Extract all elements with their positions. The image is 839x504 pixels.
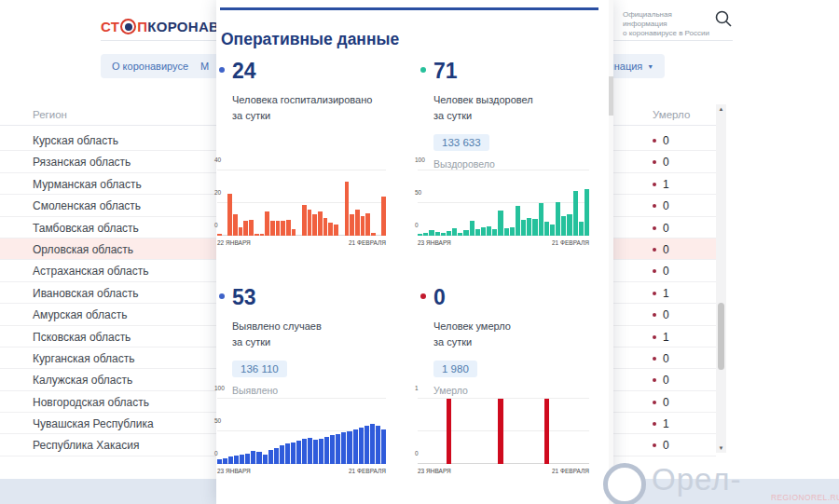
- chart-bar: [516, 206, 520, 236]
- scroll-up-icon[interactable]: ▲: [716, 106, 726, 112]
- chart-bar: [239, 227, 243, 236]
- deaths-cell: 0: [653, 243, 669, 256]
- table-scrollbar[interactable]: ▲ ▼: [716, 104, 726, 453]
- chart-bar: [447, 231, 451, 236]
- deaths-value: 0: [663, 439, 669, 452]
- stat-value: 53: [232, 285, 402, 310]
- deaths-value: 1: [663, 287, 669, 300]
- chart-bar: [296, 441, 301, 464]
- chart-bar: [441, 233, 446, 237]
- chart-bar: [463, 230, 468, 236]
- stat-deaths: 0 Человек умерло за сутки 1 980 Умерло: [420, 285, 603, 396]
- death-dot-icon: [653, 160, 656, 164]
- chart-bar: [234, 456, 239, 464]
- death-dot-icon: [653, 292, 656, 295]
- site-logo[interactable]: СТПКОРОНАВИ: [101, 19, 229, 34]
- chart-bar: [334, 225, 338, 236]
- chart-bar: [370, 424, 375, 464]
- scroll-down-icon[interactable]: ▼: [716, 445, 726, 451]
- y-axis-tick-label: 40: [214, 157, 221, 163]
- x-axis-end-label: 21 ФЕВРАЛЯ: [349, 468, 386, 474]
- modal-scrollbar[interactable]: [609, 0, 613, 504]
- region-name: Орловская область: [33, 243, 133, 256]
- deaths-cell: 0: [653, 352, 669, 365]
- bars-group: [217, 170, 386, 236]
- chart-recovered: 100500 23 ЯНВАРЯ 21 ФЕВРАЛЯ: [418, 170, 589, 256]
- scrollbar-thumb[interactable]: [718, 303, 724, 370]
- death-dot-icon: [653, 335, 656, 339]
- chart-hospitalized: 40200 22 ЯНВАРЯ 21 ФЕВРАЛЯ: [217, 170, 386, 256]
- y-axis-tick-label: 100: [214, 385, 225, 391]
- deaths-value: 0: [663, 134, 669, 147]
- x-axis-end-label: 21 ФЕВРАЛЯ: [552, 468, 589, 474]
- stat-label: Человека госпитализировано за сутки: [232, 92, 402, 124]
- chart-bar: [573, 191, 578, 236]
- chart-bar: [285, 443, 290, 464]
- logo-text-red2: П: [137, 19, 147, 34]
- chart-bar: [498, 399, 502, 464]
- x-axis-end-label: 21 ФЕВРАЛЯ: [349, 239, 386, 246]
- modal-scrollbar-thumb[interactable]: [609, 76, 613, 116]
- region-name: Мурманская область: [33, 178, 142, 191]
- chart-bar: [254, 234, 259, 236]
- death-dot-icon: [653, 313, 656, 317]
- stat-dot: [420, 293, 426, 299]
- chart-bar: [567, 214, 571, 236]
- chart-bar: [579, 222, 584, 236]
- search-icon[interactable]: [714, 9, 733, 28]
- deaths-value: 0: [663, 308, 669, 321]
- chart-bar: [336, 434, 340, 464]
- stat-total-badge: 1 980: [433, 361, 477, 377]
- chart-bar: [353, 429, 358, 464]
- stat-total-caption: Выздоровело: [433, 158, 603, 170]
- chart-bar: [240, 455, 244, 464]
- region-name: Астраханская область: [33, 265, 148, 278]
- stat-total-caption: Выявлено: [232, 385, 402, 396]
- column-header-deaths[interactable]: Умерло: [653, 109, 690, 120]
- search-caption: Официальная информация о коронавирусе в …: [623, 10, 718, 38]
- chart-bar: [487, 226, 491, 236]
- chart-bar: [308, 438, 312, 464]
- death-dot-icon: [653, 183, 656, 186]
- chart-bar: [361, 216, 365, 236]
- stat-detected: 53 Выявлено случаев за сутки 136 110 Выя…: [219, 285, 402, 396]
- chart-bar: [458, 233, 462, 237]
- stat-dot: [219, 293, 225, 299]
- chart-bar: [544, 399, 549, 464]
- chart-bar: [268, 450, 273, 464]
- column-header-region[interactable]: Регион: [33, 109, 67, 120]
- x-axis-start-label: 23 ЯНВАРЯ: [418, 239, 451, 246]
- operational-data-modal: Оперативные данные 24 Человека госпитали…: [216, 0, 613, 504]
- deaths-value: 1: [663, 417, 669, 430]
- deaths-value: 0: [663, 222, 669, 235]
- chart-bar: [376, 426, 380, 464]
- chart-bar: [381, 197, 386, 236]
- deaths-cell: 1: [653, 331, 669, 344]
- chart-bar: [418, 234, 422, 236]
- chart-bar: [281, 221, 285, 236]
- death-dot-icon: [653, 139, 656, 143]
- region-name: Псковская область: [33, 331, 131, 344]
- region-name: Курганская область: [33, 352, 134, 365]
- deaths-cell: 0: [653, 156, 669, 169]
- chart-bar: [350, 214, 354, 236]
- death-dot-icon: [653, 204, 656, 208]
- chart-bar: [470, 221, 475, 236]
- chart-detected: 100500 23 ЯНВАРЯ 21 ФЕВРАЛЯ: [217, 399, 386, 484]
- chart-bar: [381, 429, 386, 464]
- chart-bar: [550, 225, 555, 236]
- chart-bar: [452, 228, 457, 236]
- deaths-cell: 1: [653, 417, 669, 430]
- chart-bar: [228, 456, 233, 464]
- deaths-cell: 0: [653, 374, 669, 387]
- chart-bar: [481, 227, 486, 236]
- stat-total-caption: Умерло: [433, 385, 603, 396]
- chart-bar: [532, 219, 537, 236]
- deaths-value: 1: [663, 178, 669, 191]
- chart-bar: [345, 182, 350, 236]
- chart-bar: [292, 229, 296, 236]
- deaths-value: 1: [663, 331, 669, 344]
- chart-bar: [355, 210, 360, 236]
- chart-bar: [291, 443, 296, 464]
- region-name: Республика Хакасия: [33, 439, 139, 452]
